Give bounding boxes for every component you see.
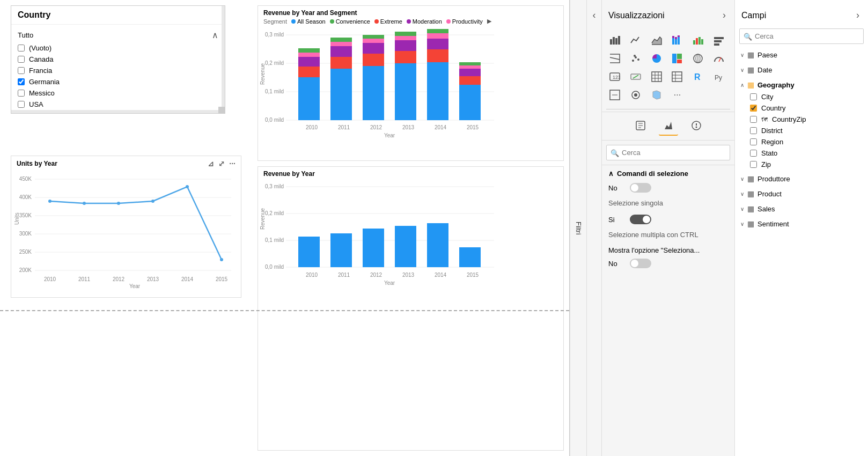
- slicer-label-germania: Germania: [29, 78, 60, 86]
- focus-icon[interactable]: ⤢: [218, 159, 225, 168]
- viz-column-chart-icon[interactable]: [710, 32, 727, 49]
- viz-table-icon[interactable]: [648, 68, 665, 85]
- nav-back-arrow[interactable]: ‹: [591, 8, 598, 23]
- viz-pie-chart-icon[interactable]: [648, 50, 665, 67]
- svg-rect-107: [701, 39, 703, 45]
- viz-line-chart-icon[interactable]: [627, 32, 644, 49]
- campi-checkbox-region[interactable]: [750, 138, 757, 145]
- campi-checkbox-zip[interactable]: [750, 161, 757, 168]
- slicer-checkbox-germania[interactable]: [18, 78, 25, 85]
- slicer-checkbox-canada[interactable]: [18, 56, 25, 63]
- slicer-checkbox-messico[interactable]: [18, 90, 25, 97]
- campi-item-district[interactable]: District: [737, 125, 866, 136]
- viz-matrix-icon[interactable]: [668, 68, 686, 85]
- slicer-checkbox-francia[interactable]: [18, 67, 25, 74]
- viz-area-chart-icon[interactable]: [648, 32, 665, 49]
- selection-commands-header[interactable]: ∧ Comandi di selezione: [608, 170, 728, 178]
- campi-group-header-date[interactable]: ∨ ▦ Date: [737, 63, 866, 76]
- campi-nav-arrow[interactable]: ›: [854, 8, 862, 23]
- viz-analytics-tab[interactable]: [687, 116, 706, 136]
- campi-checkbox-stato[interactable]: [750, 150, 757, 157]
- slicer-collapse-btn[interactable]: ∧: [212, 30, 218, 40]
- campi-group-header-product[interactable]: ∨ ▦ Product: [737, 187, 866, 200]
- revenue-area: Revenue by Year and Segment Segment All …: [258, 5, 564, 451]
- viz-scatter-icon[interactable]: [627, 50, 644, 67]
- campi-group-header-produttore[interactable]: ∨ ▦ Produttore: [737, 172, 866, 185]
- viz-search-input[interactable]: [606, 145, 730, 160]
- viz-python-icon[interactable]: Py: [710, 68, 727, 85]
- svg-rect-95: [613, 37, 615, 45]
- campi-search-box[interactable]: 🔍: [739, 28, 864, 44]
- campi-map-icon-countryzip: 🗺: [761, 116, 768, 123]
- campi-group-sentiment: ∨ ▦ Sentiment: [737, 217, 866, 230]
- viz-filled-map-icon[interactable]: [648, 86, 665, 104]
- viz-gauge-icon[interactable]: [710, 50, 727, 67]
- campi-checkbox-district[interactable]: [750, 127, 757, 134]
- svg-point-23: [151, 200, 155, 203]
- campi-label-region: Region: [761, 138, 783, 146]
- viz-r-icon[interactable]: R: [689, 68, 707, 85]
- svg-text:0,0 mild: 0,0 mild: [265, 264, 284, 270]
- slicer-label-usa: USA: [29, 100, 43, 108]
- campi-checkbox-city[interactable]: [750, 93, 757, 100]
- single-selection-toggle[interactable]: [630, 183, 651, 193]
- svg-rect-91: [395, 226, 416, 267]
- viz-waterfall-icon[interactable]: [689, 32, 707, 49]
- legend-more[interactable]: ▶: [487, 18, 491, 25]
- country-slicer[interactable]: Country Tutto ∧ (Vuoto) Canada: [11, 5, 225, 114]
- viz-ribbon-icon[interactable]: [606, 50, 623, 67]
- slicer-resize-handle-h[interactable]: [11, 110, 225, 113]
- svg-text:0,2 mild: 0,2 mild: [265, 210, 284, 216]
- campi-item-country[interactable]: Country: [737, 102, 866, 114]
- svg-text:2013: 2013: [402, 272, 415, 278]
- campi-group-header-paese[interactable]: ∨ ▦ Paese: [737, 48, 866, 61]
- viz-more-icon[interactable]: ···: [668, 86, 686, 104]
- filtri-panel[interactable]: Filtri: [570, 0, 587, 456]
- campi-chevron-produttore: ∨: [740, 176, 744, 182]
- viz-map-icon[interactable]: [689, 50, 707, 67]
- campi-item-countryzip[interactable]: 🗺 CountryZip: [737, 114, 866, 125]
- viz-decomp-icon[interactable]: [606, 86, 623, 104]
- campi-checkbox-country[interactable]: [750, 105, 757, 112]
- slicer-item-messico[interactable]: Messico: [18, 87, 218, 99]
- campi-search-input[interactable]: [739, 28, 864, 44]
- campi-group-header-sentiment[interactable]: ∨ ▦ Sentiment: [737, 217, 866, 230]
- viz-fields-tab[interactable]: [631, 116, 650, 136]
- campi-item-city[interactable]: City: [737, 91, 866, 102]
- viz-search-box[interactable]: 🔍: [606, 145, 730, 160]
- campi-group-header-geography[interactable]: ∧ ▦ Geography: [737, 78, 866, 91]
- svg-text:450K: 450K: [19, 176, 32, 182]
- viz-card-icon[interactable]: 123: [606, 68, 623, 85]
- viz-format-tab[interactable]: [659, 116, 678, 136]
- campi-item-region[interactable]: Region: [737, 136, 866, 148]
- svg-text:0,0 mild: 0,0 mild: [265, 117, 284, 123]
- campi-checkbox-countryzip[interactable]: [750, 116, 757, 123]
- svg-text:2011: 2011: [78, 276, 91, 282]
- multi-selection-toggle[interactable]: [630, 215, 651, 224]
- campi-group-header-sales[interactable]: ∨ ▦ Sales: [737, 202, 866, 215]
- viz-custom-icon[interactable]: [627, 86, 644, 104]
- legend-moderation: Moderation: [413, 18, 442, 25]
- slicer-resize-handle-v[interactable]: [222, 6, 225, 113]
- campi-item-zip[interactable]: Zip: [737, 159, 866, 170]
- slicer-item-canada[interactable]: Canada: [18, 54, 218, 65]
- viz-kpi-icon[interactable]: [627, 68, 644, 85]
- campi-item-stato[interactable]: Stato: [737, 148, 866, 159]
- mostra-selection-toggle[interactable]: [630, 259, 651, 268]
- filter-icon[interactable]: ⊿: [208, 159, 214, 168]
- viz-treemap-icon[interactable]: [668, 50, 686, 67]
- campi-label-stato: Stato: [761, 149, 777, 157]
- viz-nav-arrow[interactable]: ›: [720, 8, 728, 23]
- svg-text:2010: 2010: [306, 124, 318, 130]
- slicer-checkbox-usa[interactable]: [18, 101, 25, 108]
- viz-bar-chart-icon[interactable]: [606, 32, 623, 49]
- slicer-item-usa[interactable]: USA: [18, 99, 218, 110]
- slicer-item-germania[interactable]: Germania: [18, 76, 218, 87]
- selection-commands-section: ∧ Comandi di selezione No Selezione sing…: [602, 165, 734, 279]
- more-options-icon[interactable]: ···: [229, 159, 236, 168]
- slicer-checkbox-vuoto[interactable]: [18, 45, 25, 52]
- viz-stacked-bar-icon[interactable]: [668, 32, 686, 49]
- slicer-resize-corner[interactable]: [218, 107, 225, 113]
- slicer-item-francia[interactable]: Francia: [18, 65, 218, 76]
- slicer-item-vuoto[interactable]: (Vuoto): [18, 42, 218, 54]
